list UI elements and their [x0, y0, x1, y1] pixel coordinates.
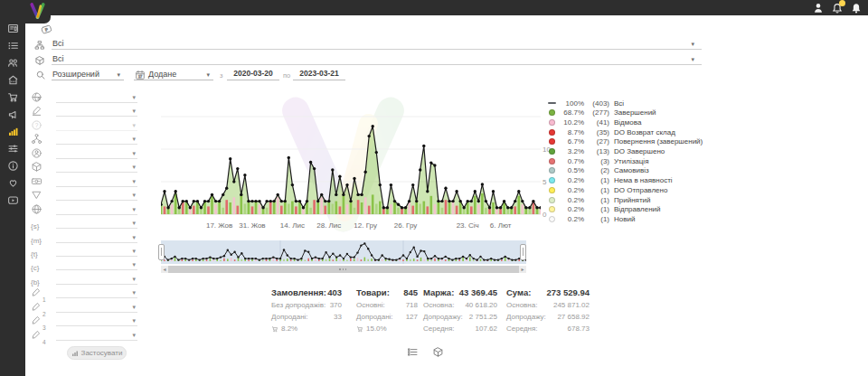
- navigator-chart[interactable]: [161, 240, 526, 264]
- date-from-prefix: з: [220, 71, 222, 80]
- filter-row-6: ▾: [31, 160, 140, 173]
- app-logo-icon[interactable]: [28, 2, 47, 21]
- filter-select-12[interactable]: ▾: [56, 244, 137, 257]
- sidebar-item-tutorials[interactable]: [0, 192, 25, 209]
- scroll-right-arrow[interactable]: ▸: [519, 266, 526, 273]
- legend-item[interactable]: 100%(403)Всі: [548, 99, 624, 108]
- filter-select-6[interactable]: ▾: [56, 160, 137, 173]
- user-menu-button[interactable]: [812, 2, 825, 14]
- legend-item[interactable]: 0.7%(3)Утилізація: [548, 156, 648, 165]
- stat-row-value: 40 618.20: [465, 301, 497, 309]
- stat-row-label: Середня:: [423, 324, 455, 333]
- chart-plot: [161, 90, 541, 219]
- sidebar-item-marketing[interactable]: [0, 106, 25, 123]
- scroll-left-arrow[interactable]: ◂: [161, 266, 168, 273]
- scrollbar-grip: [339, 268, 348, 270]
- filter-select-11[interactable]: ▾: [56, 230, 137, 243]
- filter-select-14[interactable]: ▾: [56, 272, 137, 285]
- legend-item[interactable]: 0.2%(1)Відправлений: [548, 205, 661, 214]
- braces-icon: {s}: [31, 216, 42, 228]
- stat-title: Товари:: [356, 287, 390, 297]
- braces-icon: {b}: [31, 272, 42, 284]
- sidebar-item-customers[interactable]: [0, 54, 25, 71]
- sidebar-item-store[interactable]: [0, 71, 25, 89]
- legend-item[interactable]: 10.2%(41)Відмова: [548, 118, 641, 127]
- pencil-icon: 1: [31, 286, 47, 297]
- chevron-down-icon: ▾: [132, 220, 136, 226]
- filter-select-9[interactable]: ▾: [56, 202, 137, 215]
- filter-select-13[interactable]: ▾: [56, 258, 137, 270]
- legend-item[interactable]: 0.2%(1)Прийнятий: [548, 195, 651, 204]
- status-filter-value: Всі: [52, 39, 64, 48]
- sidebar-item-settings[interactable]: [0, 140, 25, 157]
- list-icon: [407, 346, 419, 358]
- filter-select-4[interactable]: ▾: [56, 132, 137, 145]
- product-filter-select[interactable]: Всі ▾: [52, 54, 702, 65]
- legend-item[interactable]: 3.2%(13)DO Завершено: [548, 147, 665, 156]
- filter-select-15[interactable]: ▾: [56, 286, 137, 298]
- sidebar-item-analytics[interactable]: [0, 123, 25, 140]
- help-circle-icon: ?: [31, 118, 42, 130]
- navigator-left-handle[interactable]: [158, 244, 165, 260]
- legend-item[interactable]: 0.2%(1)Новий: [548, 214, 635, 223]
- box-icon: [432, 346, 444, 358]
- stat-row-value: 678.73: [568, 324, 590, 333]
- legend-count: (1): [584, 186, 609, 194]
- filter-select-17[interactable]: ▾: [56, 314, 137, 326]
- person-badge-icon: [31, 146, 42, 158]
- date-field-select[interactable]: Додане ▾: [134, 70, 213, 80]
- legend-item[interactable]: 0.2%(1)DO Отправлено: [548, 185, 667, 194]
- scrollbar-thumb[interactable]: [168, 266, 519, 273]
- legend-percent: 6.7%: [556, 137, 584, 146]
- filter-row-11: {m}▾: [31, 230, 140, 243]
- notifications-button[interactable]: [831, 2, 844, 14]
- date-to-input[interactable]: 2023-03-21: [293, 69, 345, 80]
- filter-row-17: 3▾: [31, 314, 140, 326]
- filter-select-18[interactable]: ▾: [56, 328, 137, 341]
- chevron-down-icon: ▾: [132, 317, 136, 324]
- filter-select-5[interactable]: ▾: [56, 146, 137, 159]
- cart-icon: [271, 325, 278, 333]
- status-filter-select[interactable]: Всі ▾: [52, 39, 702, 50]
- date-from-input[interactable]: 2020-03-20: [227, 69, 279, 80]
- sidebar-item-purchases[interactable]: [0, 89, 25, 106]
- alerts-button[interactable]: [850, 2, 863, 14]
- topbar-icons: [812, 0, 863, 15]
- filter-select-2[interactable]: ▾: [56, 104, 137, 117]
- legend-item[interactable]: 68.7%(277)Завершений: [548, 108, 656, 118]
- summary-products-button[interactable]: [432, 345, 444, 357]
- y-axis-tick: 5: [542, 178, 546, 186]
- filter-select-8[interactable]: ▾: [56, 188, 137, 201]
- apply-button[interactable]: Застосувати: [67, 346, 127, 360]
- sidebar-item-orders[interactable]: [0, 37, 25, 54]
- stat-value: 273 529.94: [546, 287, 590, 297]
- sidebar-item-info[interactable]: [0, 157, 25, 174]
- topbar: [0, 0, 868, 15]
- legend-label: DO Отправлено: [614, 186, 667, 194]
- stat-row-label: Середня:: [506, 324, 538, 333]
- filter-select-10[interactable]: ▾: [56, 216, 137, 229]
- search-mode-select[interactable]: Розширений ▾: [52, 70, 124, 80]
- date-field-value: Додане: [148, 70, 176, 79]
- sidebar-item-support[interactable]: [0, 174, 25, 192]
- filter-select-7[interactable]: ▾: [56, 174, 137, 187]
- legend-item[interactable]: 6.7%(27)Повернення (завершений): [548, 137, 703, 146]
- legend-dash-marker: [548, 102, 556, 105]
- legend-item[interactable]: 0.5%(2)Самовивіз: [548, 166, 649, 175]
- filter-select-3[interactable]: ▾: [56, 118, 137, 131]
- stat-row-value: 33: [334, 313, 342, 321]
- legend-item[interactable]: 0.2%(1)Нема в наявності: [548, 176, 673, 185]
- filter-row-4: ▾: [31, 132, 140, 145]
- summary-list-button[interactable]: [407, 345, 419, 357]
- search-icon[interactable]: [35, 68, 46, 84]
- video-icon: [7, 194, 19, 206]
- legend-item[interactable]: 8.7%(35)DO Возврат склад: [548, 127, 675, 136]
- bell-filled-icon: [850, 2, 863, 14]
- filter-select-1[interactable]: ▾: [56, 90, 137, 103]
- notification-badge: [839, 0, 845, 6]
- navigator-right-handle[interactable]: [520, 244, 526, 260]
- chevron-down-icon: ▾: [132, 332, 136, 338]
- filter-select-16[interactable]: ▾: [56, 300, 137, 313]
- dashboard-icon: [7, 23, 19, 34]
- funnel-icon: [31, 188, 42, 200]
